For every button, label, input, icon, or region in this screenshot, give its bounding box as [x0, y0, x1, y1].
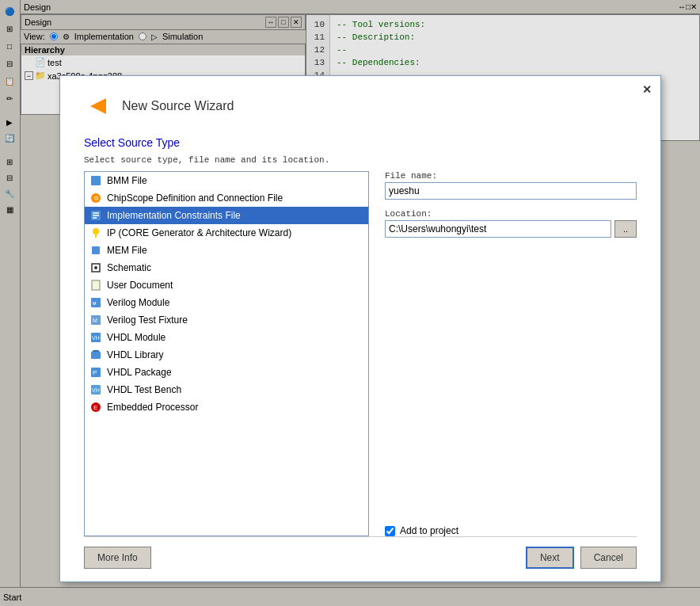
- svg-marker-21: [92, 350, 100, 352]
- location-row: ..: [385, 220, 637, 238]
- chipscope-icon: ⚙: [89, 192, 102, 204]
- svg-text:v: v: [93, 299, 97, 307]
- more-info-button[interactable]: More Info: [84, 547, 151, 569]
- user-doc-label: User Document: [107, 280, 173, 291]
- source-type-embedded[interactable]: E Embedded Processor: [85, 398, 368, 416]
- svg-text:P: P: [93, 369, 97, 376]
- bmm-icon: [89, 174, 102, 187]
- verilog-fixture-icon: M: [89, 314, 102, 326]
- svg-point-12: [94, 266, 97, 269]
- verilog-icon: v: [89, 296, 102, 309]
- source-type-bmm[interactable]: BMM File: [85, 172, 368, 189]
- vhdl-testbench-label: VHDL Test Bench: [107, 384, 181, 395]
- source-type-implementation[interactable]: Implementation Constraints File: [85, 207, 368, 224]
- footer-right-buttons: Next Cancel: [526, 547, 637, 569]
- mem-icon: [89, 244, 102, 257]
- svg-text:VH: VH: [92, 387, 100, 393]
- schematic-icon: [89, 261, 102, 274]
- content-area: BMM File ⚙ ChipScope Definition and Conn…: [84, 171, 637, 536]
- file-name-input[interactable]: [385, 182, 637, 200]
- vhdl-testbench-icon: VH: [89, 383, 102, 396]
- source-type-user-doc[interactable]: User Document: [85, 276, 368, 294]
- user-doc-icon: [89, 279, 102, 292]
- source-type-verilog[interactable]: v Verilog Module: [85, 294, 368, 311]
- cancel-button[interactable]: Cancel: [580, 547, 637, 569]
- bmm-label: BMM File: [107, 175, 147, 186]
- checkbox-row: Add to project: [385, 525, 637, 536]
- file-name-label: File name:: [385, 171, 637, 181]
- source-type-ip[interactable]: IP (CORE Generator & Architecture Wizard…: [85, 224, 368, 242]
- chipscope-label: ChipScope Definition and Connection File: [107, 192, 283, 204]
- svg-text:E: E: [93, 404, 97, 411]
- wizard-header: New Source Wizard: [84, 92, 637, 120]
- ip-icon: [89, 227, 102, 239]
- wizard-title: New Source Wizard: [122, 99, 234, 113]
- browse-button[interactable]: ..: [614, 220, 637, 238]
- vhdl-library-label: VHDL Library: [107, 349, 164, 360]
- source-type-vhdl-testbench[interactable]: VH VHDL Test Bench: [85, 381, 368, 398]
- svg-rect-10: [92, 246, 100, 254]
- source-type-schematic[interactable]: Schematic: [85, 259, 368, 276]
- source-type-mem[interactable]: MEM File: [85, 242, 368, 259]
- instruction-text: Select source type, file name and its lo…: [84, 155, 637, 165]
- source-type-vhdl-package[interactable]: P VHDL Package: [85, 364, 368, 381]
- file-name-group: File name:: [385, 171, 637, 200]
- implementation-icon: [89, 209, 102, 222]
- implementation-list-label: Implementation Constraints File: [107, 210, 241, 221]
- embedded-label: Embedded Processor: [107, 402, 198, 413]
- vhdl-library-icon: [89, 349, 102, 361]
- svg-text:VH: VH: [92, 335, 100, 341]
- vhdl-package-icon: P: [89, 366, 102, 379]
- new-source-wizard-dialog: ✕ New Source Wizard Select Source Type S…: [59, 75, 661, 582]
- source-type-vhdl-module[interactable]: VH VHDL Module: [85, 329, 368, 346]
- svg-text:M: M: [93, 318, 97, 323]
- next-button[interactable]: Next: [526, 547, 574, 569]
- embedded-icon: E: [89, 401, 102, 414]
- modal-overlay: ✕ New Source Wizard Select Source Type S…: [0, 0, 700, 606]
- modal-footer: More Info Next Cancel: [84, 536, 637, 569]
- source-type-list[interactable]: BMM File ⚙ ChipScope Definition and Conn…: [84, 171, 369, 536]
- right-form: File name: Location: .. Add to proje: [385, 171, 637, 536]
- svg-rect-1: [91, 176, 101, 185]
- svg-rect-13: [92, 280, 100, 290]
- modal-close-button[interactable]: ✕: [640, 82, 654, 97]
- location-label: Location:: [385, 209, 637, 219]
- add-to-project-checkbox[interactable]: [385, 526, 395, 536]
- vhdl-module-icon: VH: [89, 331, 102, 344]
- verilog-label: Verilog Module: [107, 297, 169, 308]
- source-type-chipscope[interactable]: ⚙ ChipScope Definition and Connection Fi…: [85, 189, 368, 207]
- section-title: Select Source Type: [84, 136, 637, 149]
- svg-text:⚙: ⚙: [93, 195, 99, 202]
- location-input[interactable]: [385, 220, 611, 238]
- location-group: Location: ..: [385, 209, 637, 238]
- schematic-label: Schematic: [107, 262, 151, 273]
- svg-rect-20: [91, 352, 101, 359]
- modal-body: New Source Wizard Select Source Type Sel…: [60, 76, 660, 581]
- wizard-icon: [84, 92, 112, 120]
- source-type-verilog-fixture[interactable]: M Verilog Test Fixture: [85, 311, 368, 329]
- mem-label: MEM File: [107, 245, 147, 256]
- source-type-vhdl-library[interactable]: VHDL Library: [85, 346, 368, 364]
- ip-label: IP (CORE Generator & Architecture Wizard…: [107, 227, 291, 238]
- verilog-fixture-label: Verilog Test Fixture: [107, 314, 188, 326]
- svg-marker-0: [90, 98, 106, 114]
- add-to-project-label: Add to project: [400, 525, 458, 536]
- svg-point-8: [93, 228, 99, 234]
- vhdl-module-label: VHDL Module: [107, 332, 165, 343]
- vhdl-package-label: VHDL Package: [107, 367, 172, 378]
